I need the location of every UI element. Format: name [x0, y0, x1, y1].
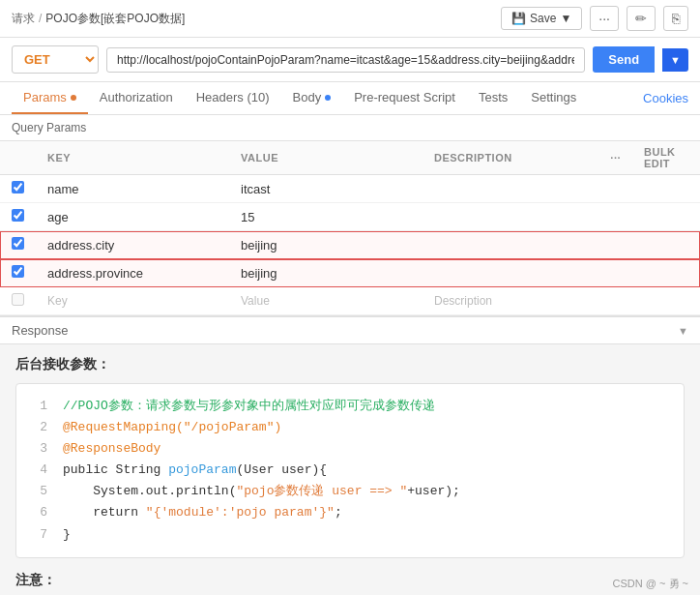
response-bar[interactable]: Response ▼	[0, 316, 700, 344]
code-line-4: 4 public String pojoParam(User user){	[32, 460, 668, 481]
line-num-1: 1	[32, 396, 47, 417]
cookies-link[interactable]: Cookies	[643, 91, 688, 105]
footer: CSDN @ ~ 勇 ~	[601, 573, 700, 595]
row-bulk	[632, 259, 700, 287]
tab-settings-label: Settings	[531, 90, 576, 104]
table-row: name itcast	[0, 175, 700, 203]
row-key: address.city	[36, 231, 229, 259]
row-checkbox[interactable]	[12, 181, 24, 193]
save-icon: 💾	[511, 12, 526, 25]
col-bulk-edit: Bulk Edit	[632, 141, 700, 175]
tab-tests[interactable]: Tests	[467, 82, 519, 114]
code-content-2: @RequestMapping("/pojoParam")	[63, 417, 668, 438]
save-button[interactable]: 💾 Save ▼	[501, 7, 582, 30]
col-value: VALUE	[229, 141, 423, 175]
row-description	[423, 231, 598, 259]
code-content-5: System.out.println("pojo参数传递 user ==> "+…	[63, 481, 668, 502]
line-num-3: 3	[32, 438, 47, 460]
placeholder-description[interactable]: Description	[423, 287, 598, 315]
row-description	[423, 175, 598, 203]
placeholder-key[interactable]: Key	[36, 287, 229, 315]
placeholder-checkbox[interactable]	[12, 293, 24, 306]
tab-headers[interactable]: Headers (10)	[185, 82, 281, 114]
code-line-2: 2 @RequestMapping("/pojoParam")	[32, 417, 668, 438]
send-dropdown-button[interactable]: ▼	[662, 48, 688, 72]
more-icon: ···	[598, 11, 610, 26]
section-title: 后台接收参数：	[15, 356, 685, 373]
edit-button[interactable]: ✏	[627, 6, 656, 31]
tab-params-label: Params	[23, 90, 67, 104]
row-more	[598, 259, 632, 287]
line-num-2: 2	[32, 417, 47, 438]
col-key: KEY	[36, 141, 229, 175]
params-table-header: KEY VALUE DESCRIPTION ··· Bulk Edit	[0, 141, 700, 175]
row-bulk	[632, 231, 700, 259]
row-value: beijing	[229, 259, 423, 287]
row-checkbox-cell	[0, 203, 36, 231]
code-line-3: 3 @ResponseBody	[32, 438, 668, 460]
row-checkbox[interactable]	[12, 237, 24, 250]
placeholder-checkbox-cell	[0, 287, 36, 315]
send-button[interactable]: Send	[593, 46, 655, 73]
code-line-7: 7 }	[32, 524, 668, 546]
code-content-1: //POJO参数：请求参数与形参对象中的属性对应即可完成参数传递	[63, 396, 668, 417]
placeholder-bulk	[632, 287, 700, 315]
tab-body[interactable]: Body	[281, 82, 343, 114]
send-label: Send	[608, 52, 639, 67]
placeholder-value[interactable]: Value	[229, 287, 423, 315]
tab-authorization-label: Authorization	[100, 90, 173, 104]
row-key: address.province	[36, 259, 229, 287]
tab-headers-label: Headers (10)	[196, 90, 270, 104]
code-line-6: 6 return "{'module':'pojo param'}";	[32, 502, 668, 523]
tabs-list: Params Authorization Headers (10) Body P…	[12, 82, 588, 114]
row-description	[423, 203, 598, 231]
row-checkbox[interactable]	[12, 209, 24, 222]
save-chevron-icon: ▼	[560, 12, 571, 25]
code-content-4: public String pojoParam(User user){	[63, 460, 668, 481]
code-block: 1 //POJO参数：请求参数与形参对象中的属性对应即可完成参数传递 2 @Re…	[15, 383, 685, 558]
footer-text: CSDN @ ~ 勇 ~	[613, 578, 688, 589]
code-content-7: }	[63, 524, 668, 546]
share-button[interactable]: ⎘	[663, 6, 688, 31]
url-input[interactable]	[106, 47, 585, 73]
top-bar-actions: 💾 Save ▼ ··· ✏ ⎘	[501, 6, 688, 31]
main-content: 后台接收参数： 1 //POJO参数：请求参数与形参对象中的属性对应即可完成参数…	[0, 344, 700, 595]
line-num-5: 5	[32, 481, 47, 502]
tab-tests-label: Tests	[479, 90, 508, 104]
tab-body-dot	[325, 95, 331, 101]
tab-authorization[interactable]: Authorization	[88, 82, 185, 114]
response-chevron-icon: ▼	[678, 325, 688, 337]
tab-pre-request[interactable]: Pre-request Script	[342, 82, 467, 114]
breadcrumb-current: POJO参数[嵌套POJO数据]	[45, 11, 185, 27]
row-value: 15	[229, 203, 423, 231]
row-bulk	[632, 203, 700, 231]
tab-pre-request-label: Pre-request Script	[354, 90, 455, 104]
code-line-5: 5 System.out.println("pojo参数传递 user ==> …	[32, 481, 668, 502]
note-section: 注意： 请求参数key的名称要和POJO中属性的名称一致，否则无法封装	[15, 572, 685, 595]
row-key: name	[36, 175, 229, 203]
placeholder-more	[598, 287, 632, 315]
more-button[interactable]: ···	[590, 6, 619, 31]
response-label: Response	[12, 323, 69, 338]
table-row-highlighted: address.province beijing	[0, 259, 700, 287]
row-more	[598, 175, 632, 203]
code-content-3: @ResponseBody	[63, 438, 668, 460]
placeholder-row: Key Value Description	[0, 287, 700, 315]
breadcrumb-separator: /	[39, 12, 42, 25]
line-num-6: 6	[32, 502, 47, 523]
tab-settings[interactable]: Settings	[519, 82, 588, 114]
top-bar: 请求 / POJO参数[嵌套POJO数据] 💾 Save ▼ ··· ✏ ⎘	[0, 0, 700, 38]
query-params-label: Query Params	[0, 115, 700, 140]
table-row-highlighted: address.city beijing	[0, 231, 700, 259]
row-value: beijing	[229, 231, 423, 259]
row-checkbox[interactable]	[12, 265, 24, 278]
row-checkbox-cell	[0, 175, 36, 203]
method-select[interactable]: GET POST PUT DELETE	[12, 45, 99, 74]
breadcrumb: 请求 / POJO参数[嵌套POJO数据]	[12, 11, 185, 27]
row-description	[423, 259, 598, 287]
share-icon: ⎘	[672, 11, 680, 26]
url-bar: GET POST PUT DELETE Send ▼	[0, 38, 700, 82]
line-num-4: 4	[32, 460, 47, 481]
tab-params[interactable]: Params	[12, 82, 88, 114]
breadcrumb-root: 请求	[12, 11, 35, 27]
